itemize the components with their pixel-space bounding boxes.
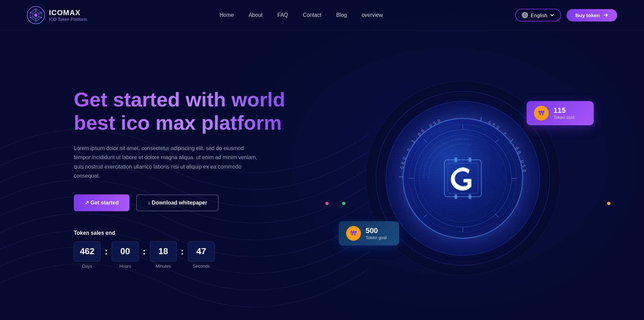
hero-left: Get started with world best ico max plat… bbox=[74, 88, 309, 269]
countdown-hours: 00 Hours bbox=[112, 241, 139, 269]
badge-token-sold-label: Token sold bbox=[553, 115, 574, 120]
logo-icon bbox=[27, 6, 45, 24]
countdown-seconds-label: Seconds bbox=[193, 264, 210, 269]
countdown-minutes-box: 18 bbox=[150, 241, 177, 262]
logo-text: ICOMAX ICO Token Platform bbox=[49, 8, 87, 22]
get-started-button[interactable]: ↗ Get started bbox=[74, 194, 129, 211]
svg-line-8 bbox=[30, 17, 33, 17]
coin-container: 1 GKU = 1.00 USD 1 GKU = 1.00 USD 010100… bbox=[366, 81, 560, 276]
svg-line-27 bbox=[495, 214, 499, 218]
svg-rect-34 bbox=[454, 194, 457, 199]
nav-faq[interactable]: FAQ bbox=[277, 12, 288, 18]
svg-line-26 bbox=[424, 214, 427, 218]
svg-line-9 bbox=[30, 13, 33, 13]
token-sold-badge: ₩ 115 Token sold bbox=[527, 101, 594, 125]
globe-icon bbox=[522, 12, 528, 18]
hero-buttons: ↗ Get started ↓ Download whitepaper bbox=[74, 194, 309, 211]
countdown-sep-1: : bbox=[105, 246, 108, 257]
countdown-seconds-box: 47 bbox=[188, 241, 215, 262]
nav-overview[interactable]: overview bbox=[362, 12, 383, 18]
countdown-label: Token sales end bbox=[74, 230, 309, 236]
download-whitepaper-button[interactable]: ↓ Download whitepaper bbox=[136, 194, 219, 211]
buy-token-button[interactable]: Buy token bbox=[567, 9, 617, 21]
countdown: 462 Days : 00 Hours : 18 Minutes : 47 Se… bbox=[74, 241, 309, 269]
countdown-days-box: 462 bbox=[74, 241, 101, 262]
language-label: English bbox=[531, 12, 547, 18]
svg-rect-30 bbox=[444, 160, 481, 197]
badge-token-goal-icon: ₩ bbox=[346, 226, 361, 241]
dec-dot-green-2 bbox=[342, 202, 345, 205]
svg-line-25 bbox=[495, 139, 499, 142]
countdown-hours-box: 00 bbox=[112, 241, 139, 262]
countdown-days: 462 Days bbox=[74, 241, 101, 269]
svg-line-5 bbox=[39, 13, 42, 13]
hero-section: Get started with world best ico max plat… bbox=[0, 31, 644, 319]
logo: ICOMAX ICO Token Platform bbox=[27, 6, 87, 24]
svg-rect-32 bbox=[454, 157, 457, 162]
navbar: ICOMAX ICO Token Platform Home About FAQ… bbox=[0, 0, 644, 31]
buy-token-label: Buy token bbox=[575, 12, 600, 18]
badge-token-sold-number: 115 bbox=[553, 107, 574, 114]
svg-line-6 bbox=[39, 17, 42, 17]
countdown-sep-2: : bbox=[143, 246, 146, 257]
hero-right: 1 GKU = 1.00 USD 1 GKU = 1.00 USD 010100… bbox=[309, 61, 617, 296]
badge-token-goal-info: 500 Token goal bbox=[366, 227, 387, 240]
chevron-down-icon bbox=[550, 13, 554, 17]
badge-token-goal-label: Token goal bbox=[366, 235, 387, 240]
arrow-right-icon bbox=[603, 12, 608, 18]
countdown-minutes-label: Minutes bbox=[156, 264, 171, 269]
token-goal-badge: ₩ 500 Token goal bbox=[339, 221, 399, 245]
dec-dot-pink-1 bbox=[325, 202, 329, 205]
coin-disc: 10110010101101001010011010110100101010 0… bbox=[402, 118, 523, 239]
hero-description: Lorem ipsum dolor sit amet, consectetur … bbox=[74, 144, 262, 180]
badge-token-goal-number: 500 bbox=[366, 227, 387, 234]
countdown-days-label: Days bbox=[82, 264, 92, 269]
hero-title: Get started with world best ico max plat… bbox=[74, 88, 309, 134]
logo-subtitle: ICO Token Platform bbox=[49, 17, 87, 22]
svg-rect-35 bbox=[469, 194, 471, 199]
dec-dot-yellow-1 bbox=[607, 202, 610, 205]
nav-home[interactable]: Home bbox=[219, 12, 234, 18]
countdown-section: Token sales end 462 Days : 00 Hours : 18… bbox=[74, 230, 309, 269]
countdown-sep-3: : bbox=[181, 246, 184, 257]
nav-about[interactable]: About bbox=[249, 12, 263, 18]
nav-right: English Buy token bbox=[515, 9, 617, 21]
badge-token-sold-icon: ₩ bbox=[534, 106, 549, 121]
nav-links: Home About FAQ Contact Blog overview bbox=[219, 12, 383, 18]
svg-rect-33 bbox=[469, 157, 471, 162]
logo-name: ICOMAX bbox=[49, 8, 87, 17]
svg-point-3 bbox=[34, 13, 38, 17]
nav-blog[interactable]: Blog bbox=[336, 12, 347, 18]
countdown-hours-label: Hours bbox=[119, 264, 131, 269]
badge-token-sold-info: 115 Token sold bbox=[553, 107, 574, 120]
countdown-seconds: 47 Seconds bbox=[188, 241, 215, 269]
coin-g-logo bbox=[439, 155, 486, 202]
language-button[interactable]: English bbox=[515, 9, 561, 21]
countdown-minutes: 18 Minutes bbox=[150, 241, 177, 269]
svg-line-24 bbox=[424, 139, 427, 142]
nav-contact[interactable]: Contact bbox=[303, 12, 321, 18]
